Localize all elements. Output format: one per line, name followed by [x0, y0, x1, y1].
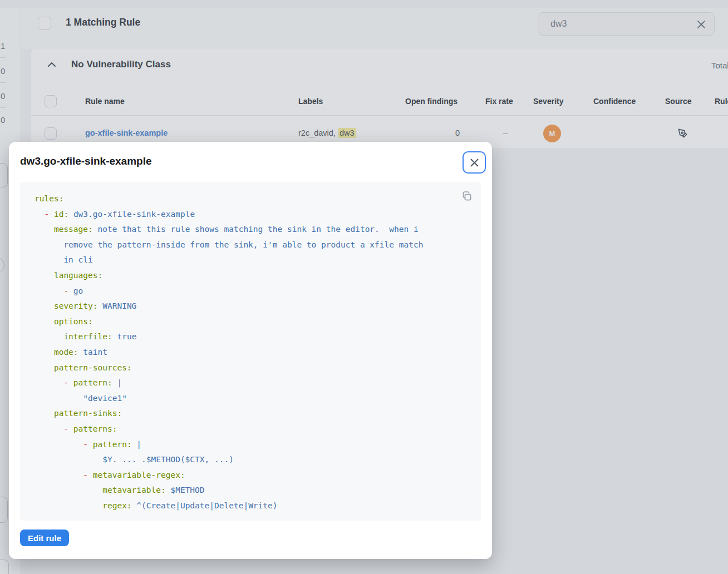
rule-yaml-code-block: rules: - id: dw3.go-xfile-sink-example m… [20, 182, 481, 521]
yaml-code-line: pattern-sources: [35, 360, 468, 376]
yaml-code-line: - metavariable-regex: [35, 468, 468, 483]
yaml-code-line: languages: [35, 268, 468, 284]
yaml-code-line: pattern-sinks: [35, 406, 468, 422]
yaml-code-line: severity: WARNING [35, 299, 468, 314]
yaml-code-line: mode: taint [35, 345, 468, 360]
yaml-code-line: message: note that this rule shows match… [35, 222, 468, 237]
app-screen: 1000 1 Matching Rule dw3 No Vulnerabilit… [0, 0, 728, 574]
yaml-code-line: - go [35, 284, 468, 299]
rule-detail-modal: dw3.go-xfile-sink-example rules: - id: d… [9, 142, 492, 559]
yaml-code-line: - pattern: | [35, 437, 468, 453]
yaml-code-line: in cli [35, 253, 468, 268]
yaml-code-line: - pattern: | [35, 375, 468, 391]
yaml-code-line: rules: [35, 191, 468, 207]
yaml-code-line: metavariable: $METHOD [35, 483, 468, 498]
yaml-code-line: remove the pattern-inside from the sink,… [35, 237, 468, 253]
edit-rule-button[interactable]: Edit rule [20, 530, 69, 546]
yaml-code-line: interfile: true [35, 329, 468, 345]
yaml-code-line: - id: dw3.go-xfile-sink-example [35, 207, 468, 222]
modal-title: dw3.go-xfile-sink-example [20, 155, 152, 167]
copy-code-icon[interactable] [461, 191, 473, 202]
close-modal-button[interactable] [463, 151, 486, 174]
yaml-code-line: - patterns: [35, 422, 468, 437]
yaml-code-line: regex: ^(Create|Update|Delete|Write) [35, 498, 468, 514]
yaml-code-line: $Y. ... .$METHOD($CTX, ...) [35, 452, 468, 468]
yaml-code-line: "device1" [35, 391, 468, 407]
yaml-code-line: options: [35, 314, 468, 330]
